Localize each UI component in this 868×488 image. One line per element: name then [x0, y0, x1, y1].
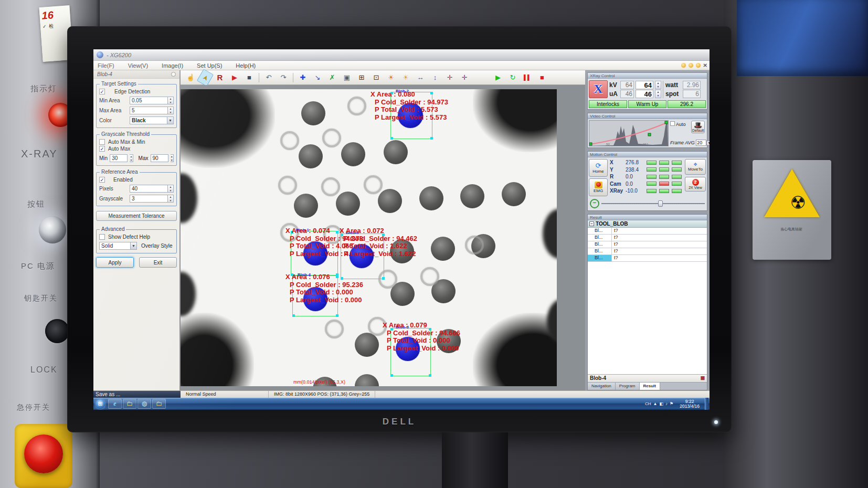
menu-setup[interactable]: Set Up(S): [197, 62, 222, 69]
interlocks-button[interactable]: Interlocks: [589, 100, 627, 108]
cube-view-icon[interactable]: ▣: [340, 72, 354, 83]
xray-image-area[interactable]: Blob-2X Area : 0.080P Cold_Solder : 94.9…: [181, 85, 585, 390]
gs-max-spinner[interactable]: ▲▼: [171, 154, 174, 162]
frame-avg-select[interactable]: 20: [696, 140, 706, 146]
cross-measure-1-icon[interactable]: ✛: [443, 72, 457, 83]
measurement-tolerance-button[interactable]: Measurement Tolerance: [96, 211, 177, 221]
histogram[interactable]: 050101152203: [589, 120, 669, 146]
internet-explorer-icon[interactable]: e: [108, 399, 122, 409]
moveto-button[interactable]: ✥ MoveTo: [685, 159, 706, 175]
documents-folder-icon[interactable]: 🗀: [152, 399, 166, 409]
auto-max-checkbox[interactable]: ✓: [99, 146, 105, 152]
show-defect-help-checkbox[interactable]: [99, 234, 105, 240]
maximize-button[interactable]: [696, 63, 701, 68]
zoom-out-icon[interactable]: ⊞: [355, 72, 368, 83]
result-row[interactable]: Bl...t?: [588, 241, 707, 248]
tray-icon[interactable]: ⚑: [670, 401, 673, 406]
stop-tool-icon[interactable]: ■: [242, 72, 256, 83]
acq-pause-icon[interactable]: ▌▌: [521, 72, 534, 83]
minimize-button[interactable]: [681, 63, 686, 68]
menu-image[interactable]: Image(I): [162, 62, 183, 69]
acq-run-icon[interactable]: ▶: [491, 72, 505, 83]
edge-detection-checkbox[interactable]: ✓: [99, 89, 105, 94]
acq-loop-icon[interactable]: ↻: [506, 72, 520, 83]
undo-icon[interactable]: ↶: [262, 72, 276, 83]
result-row[interactable]: Bl...t?: [588, 248, 707, 255]
explorer-folder-icon[interactable]: 🗀: [123, 399, 136, 409]
chevron-down-icon[interactable]: ▼: [167, 116, 174, 124]
min-area-spinner[interactable]: ▲▼: [168, 97, 174, 104]
blob-name-row[interactable]: Blob-4 ▦: [588, 374, 707, 382]
ref-enabled-checkbox[interactable]: ✓: [99, 177, 105, 183]
xray-image[interactable]: Blob-2X Area : 0.080P Cold_Solder : 94.9…: [181, 89, 557, 386]
zoom-slider-thumb[interactable]: [658, 200, 663, 207]
tool-blob-node[interactable]: − TOOL_BLOB: [588, 220, 707, 228]
exit-button[interactable]: Exit: [139, 257, 177, 268]
start-button[interactable]: ⊞: [96, 399, 105, 409]
auto-checkbox[interactable]: [670, 121, 675, 126]
pick-point-icon[interactable]: ↘: [311, 72, 324, 83]
restore-button[interactable]: [689, 63, 693, 68]
v-measure-icon[interactable]: ↕: [428, 72, 442, 83]
h-measure-icon[interactable]: ↔: [414, 72, 427, 83]
brightness-up-icon[interactable]: ☀: [384, 72, 398, 83]
pan-tool-icon[interactable]: ☝: [184, 72, 197, 83]
titlebar[interactable]: - XG6200: [93, 49, 710, 61]
result-row[interactable]: Bl...t?: [588, 235, 707, 241]
tab-program[interactable]: Program: [616, 383, 640, 390]
tab-navigation[interactable]: Navigation: [588, 383, 616, 390]
min-area-input[interactable]: 0.05: [130, 97, 168, 104]
tray-icon[interactable]: ♪: [665, 401, 668, 406]
ref-grayscale-spinner[interactable]: ▲▼: [168, 195, 174, 203]
show-desktop-button[interactable]: [705, 398, 708, 410]
tray-icon[interactable]: ▲: [653, 401, 658, 406]
chevron-down-icon[interactable]: ▼: [130, 242, 137, 250]
zoom-slider[interactable]: [601, 200, 705, 207]
taskbar-clock[interactable]: 9:22 2013/4/16: [676, 399, 703, 409]
ref-grayscale-input[interactable]: 3: [130, 195, 168, 203]
result-row[interactable]: Bl...t?: [588, 255, 707, 262]
region-tool-icon[interactable]: R: [213, 72, 227, 83]
kv-set-input[interactable]: 64: [636, 81, 653, 89]
max-area-input[interactable]: 5: [130, 107, 168, 114]
tray-icon[interactable]: ◧: [659, 401, 663, 406]
ua-spinner[interactable]: ▲▼: [655, 90, 661, 98]
fit-view-icon[interactable]: ✚: [296, 72, 310, 83]
gs-min-spinner[interactable]: ▲▼: [130, 154, 133, 162]
zoom-out-magnifier-icon[interactable]: [590, 199, 599, 208]
home-button[interactable]: ⟳ Home: [589, 159, 608, 177]
2x-view-button[interactable]: 2 2X View: [685, 177, 706, 192]
color-select[interactable]: Black: [130, 116, 167, 124]
gs-min-input[interactable]: 30: [110, 154, 128, 162]
result-row[interactable]: Bl...t?: [588, 228, 707, 235]
apply-button[interactable]: Apply: [96, 257, 134, 268]
acq-stop-icon[interactable]: ■: [535, 72, 549, 83]
max-area-spinner[interactable]: ▲▼: [168, 107, 174, 114]
default-button[interactable]: 🎩Default: [691, 121, 705, 133]
menu-help[interactable]: Help(H): [236, 62, 256, 69]
pixels-spinner[interactable]: ▲▼: [168, 185, 174, 193]
zoom-in-icon[interactable]: ⊡: [369, 72, 383, 83]
xray-power-button[interactable]: X: [589, 80, 608, 98]
emg-button[interactable]: EMG: [589, 178, 608, 196]
pixels-input[interactable]: 40: [130, 185, 168, 193]
close-icon[interactable]: ✕: [703, 62, 707, 68]
auto-max-min-checkbox[interactable]: [99, 139, 105, 145]
select-tool-icon[interactable]: ➤: [197, 69, 214, 87]
menu-view[interactable]: View(V): [128, 62, 148, 69]
network-app-icon[interactable]: ◍: [137, 399, 151, 409]
overlay-toggle-icon[interactable]: ✗: [325, 72, 339, 83]
ua-set-input[interactable]: 46: [636, 90, 653, 98]
tab-result[interactable]: Result: [640, 383, 660, 390]
cross-measure-2-icon[interactable]: ✛: [458, 72, 471, 83]
panel-pin-icon[interactable]: [171, 72, 176, 77]
redo-icon[interactable]: ↷: [277, 72, 290, 83]
gs-max-input[interactable]: 90: [151, 154, 168, 162]
warmup-button[interactable]: Warm Up: [628, 100, 666, 108]
run-tool-icon[interactable]: ▶: [228, 72, 241, 83]
tray-icon[interactable]: CH: [645, 401, 651, 406]
menu-file[interactable]: File(F): [98, 62, 114, 69]
kv-spinner[interactable]: ▲▼: [655, 81, 661, 89]
brightness-down-icon[interactable]: ☀: [399, 72, 412, 83]
chevron-down-icon[interactable]: ▼: [706, 141, 710, 145]
